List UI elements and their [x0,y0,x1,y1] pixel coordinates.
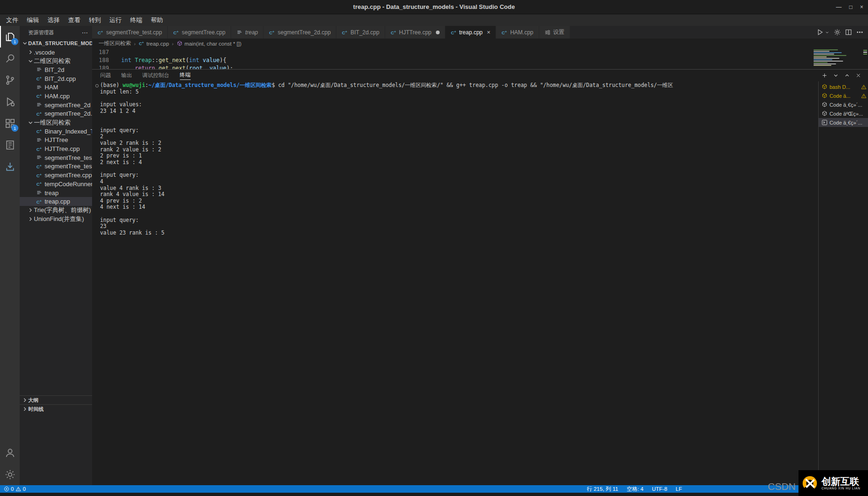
more-actions-icon[interactable]: ⋯ [82,29,88,36]
prompt-segment: : [145,82,148,88]
breadcrumb-item[interactable]: main(int, char const * []) [177,40,241,47]
chevron-down-icon[interactable] [833,72,839,79]
close-icon[interactable]: × [487,29,491,36]
menu-item[interactable]: 运行 [105,16,126,24]
tab[interactable]: treap [231,26,264,39]
tree-item[interactable]: UnionFind(并查集) [20,215,92,224]
tree-item[interactable]: C+HJTTree.cpp [20,144,92,153]
panel-tab[interactable]: 输出 [121,72,132,79]
tab[interactable]: 设置 [539,26,570,39]
tree-item[interactable]: .vscode [20,48,92,57]
menu-item[interactable]: 终端 [126,16,147,24]
chevron-down-icon [27,119,34,126]
plus-icon[interactable] [822,72,828,79]
svg-text:C: C [450,30,454,35]
status-item[interactable]: LF [676,486,682,492]
tree-item[interactable]: C+treap.cpp [20,197,92,206]
menu-item[interactable]: 文件 [2,16,23,24]
close-icon[interactable] [855,72,861,79]
maximize-icon[interactable]: □ [849,4,852,10]
tree-item[interactable]: C+tempCodeRunnerFile... [20,180,92,189]
tab[interactable]: C+treap.cpp× [445,26,496,39]
tree-item[interactable]: segmentTree_test [20,153,92,162]
tree-item[interactable]: C+HAM.cpp [20,92,92,101]
activity-install-button[interactable] [0,156,20,177]
panel-tab[interactable]: 问题 [100,72,111,79]
command-decoration-icon[interactable] [95,84,99,87]
tree-item[interactable]: C+segmentTree.cpp [20,171,92,180]
activity-notebook-button[interactable] [0,134,20,156]
tree-root-folder[interactable]: DATA_STRUCTURE_MODELS [20,39,92,48]
close-icon[interactable]: × [860,4,863,10]
code-token: Treap [135,57,152,63]
tab-label: HAM.cpp [510,29,533,36]
gear-icon[interactable] [834,29,841,36]
plain-file-icon [36,189,43,196]
editor-area: C+segmentTree_test.cppC+segmentTree.cppt… [92,26,868,485]
menu-item[interactable]: 编辑 [23,16,43,24]
status-item[interactable]: 行 215, 列 11 [587,486,618,493]
menu-item[interactable]: 转到 [85,16,105,24]
tab[interactable]: C+segmentTree.cpp [168,26,231,39]
sidebar-section[interactable]: 时间线 [20,404,92,413]
menu-item[interactable]: 帮助 [147,16,167,24]
tree-item[interactable]: 一维区间检索 [20,118,92,127]
minimize-icon[interactable]: — [836,4,842,10]
breadcrumb-item[interactable]: 一维区间检索 [99,40,131,47]
terminal-list-item[interactable]: Code ä¸€ç»´... [819,118,868,127]
panel-tab[interactable]: 终端 [180,71,191,80]
tab[interactable]: C+segmentTree_test.cpp [92,26,168,39]
tab[interactable]: C+segmentTree_2d.cpp [264,26,336,39]
breadcrumb-label: treap.cpp [147,41,169,47]
problems-warnings[interactable]: 0 [16,486,25,492]
tab[interactable]: C+BIT_2d.cpp [336,26,385,39]
tree-item[interactable]: HJTTree [20,136,92,145]
panel-tab[interactable]: 调试控制台 [142,72,170,79]
status-item[interactable]: UTF-8 [652,486,667,492]
tree-item[interactable]: C+BIT_2d.cpp [20,74,92,83]
more-icon[interactable] [856,29,863,36]
activity-extensions-button[interactable]: 1 [0,112,20,134]
svg-text:+: + [39,76,41,79]
chevron-down-icon[interactable] [825,30,829,35]
terminal-list-item[interactable]: Code äºŒç»... [819,109,868,118]
menu-item[interactable]: 查看 [64,16,85,24]
status-item[interactable]: 空格: 4 [627,486,643,493]
tree-item[interactable]: BIT_2d [20,65,92,74]
tree-item[interactable]: 二维区间检索 [20,56,92,65]
terminal-list-item[interactable]: Code ä... [819,91,868,100]
tree-item[interactable]: treap [20,189,92,197]
tree-item[interactable]: C+segmentTree_2d.cpp [20,110,92,118]
svg-text:C: C [342,30,345,35]
run-icon[interactable] [816,29,823,36]
tab[interactable]: C+HJTTree.cpp [385,26,445,39]
activity-run-debug-button[interactable] [0,91,20,112]
tab-label: BIT_2d.cpp [350,29,379,36]
tree-item[interactable]: HAM [20,83,92,92]
activity-search-button[interactable] [0,47,20,69]
terminal-list-item[interactable]: bash D... [819,82,868,91]
minimap[interactable] [814,49,860,69]
terminal-list-item[interactable]: Code ä¸€ç»´... [819,100,868,109]
activity-account-button[interactable] [0,442,20,464]
tree-item[interactable]: Trie(字典树、前缀树) [20,206,92,215]
activity-source-control-button[interactable] [0,69,20,91]
activity-settings-gear-button[interactable] [0,464,20,485]
menu-item[interactable]: 选择 [43,16,64,24]
sidebar-section[interactable]: 大纲 [20,395,92,404]
breadcrumb-separator: › [172,41,174,47]
tree-item[interactable]: C+segmentTree_test.cpp [20,162,92,171]
problems-errors[interactable]: 0 [4,486,14,492]
sidebar-bottom-sections: 大纲时间线 [20,395,92,413]
split-editor-icon[interactable] [845,29,852,36]
activity-explorer-button[interactable]: 1 [0,26,20,47]
chevron-up-icon[interactable] [844,72,850,79]
tab[interactable]: C+HAM.cpp [496,26,539,39]
tab-label: HJTTree.cpp [399,29,432,36]
terminal[interactable]: (base) wu@wuji:~/桌面/Data_structure_model… [92,81,818,485]
code-editor[interactable]: 187188int Treap::get_next(int value){189… [92,48,868,69]
breadcrumb-item[interactable]: C+treap.cpp [139,40,169,47]
code-line: 187 [92,48,868,56]
tree-item[interactable]: segmentTree_2d [20,101,92,110]
tree-item[interactable]: C+Binary_Indexed_Tree... [20,127,92,136]
